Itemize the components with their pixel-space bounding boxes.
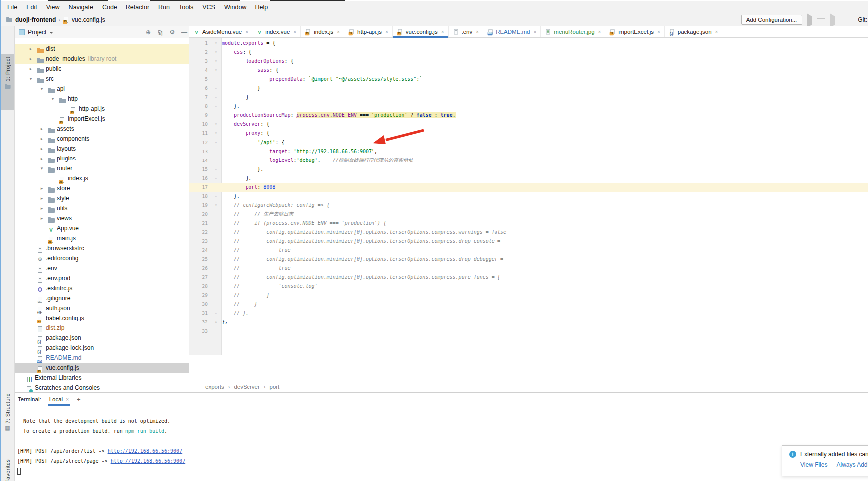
fold-close-icon[interactable]: ▵ [210,318,222,326]
tree-item-scratches-and-consoles[interactable]: Scratches and Consoles [15,383,189,392]
fold-open-icon[interactable]: ▿ [210,201,222,210]
tab-index-vue[interactable]: Vindex.vue× [252,26,301,37]
menu-item-refactor[interactable]: Refactor [122,2,154,12]
chevron-down-icon[interactable] [49,32,53,34]
menu-item-edit[interactable]: Edit [22,2,42,12]
close-icon[interactable]: × [534,29,537,35]
code-line-4[interactable]: 4▿ sass: { [189,66,868,75]
tab-index-js[interactable]: JSindex.js× [301,26,344,37]
code-line-32[interactable]: 32▵}; [189,318,868,326]
tree-item-components[interactable]: ▸components [15,134,189,144]
code-line-5[interactable]: 5 prependData: `@import "~@/assets/scss/… [189,75,868,84]
code-line-11[interactable]: 11▿ proxy: { [189,129,868,138]
menu-item-code[interactable]: Code [98,2,122,12]
fold-open-icon[interactable]: ▿ [210,138,222,147]
tab-vue-config-js[interactable]: JSvue.config.js× [393,26,449,37]
terminal-output[interactable]: Note that the development build is not o… [17,406,185,476]
code-line-33[interactable]: 33 [189,327,868,336]
code-line-14[interactable]: 14 logLevel:'debug', //控制台终端打印代理前的真实地址 [189,156,868,165]
tree-item-readme-md[interactable]: MDREADME.md [15,353,189,363]
tree-item-dist-zip[interactable]: dist.zip [15,323,189,333]
tree-item-browserslistrc[interactable]: .browserslistrc [15,243,189,253]
tab-http-api-js[interactable]: JShttp-api.js× [344,26,393,37]
menu-item-help[interactable]: Help [250,2,272,12]
tree-item-eslintrc-js[interactable]: .eslintrc.js [15,283,189,293]
fold-close-icon[interactable]: ▵ [210,174,222,183]
tree-item-main-js[interactable]: JSmain.js [15,233,189,243]
menu-item-file[interactable]: File [3,2,22,12]
git-branch-widget[interactable]: Git: [858,16,867,23]
tree-item-store[interactable]: ▸store [15,183,189,193]
close-icon[interactable]: × [66,397,69,402]
stripe-button-project[interactable]: 1: Project [1,54,14,110]
close-icon[interactable]: × [385,29,388,35]
tree-item-package-json[interactable]: {;}package.json [15,333,189,343]
chevron-right-icon[interactable]: ▸ [39,196,44,201]
tree-item-public[interactable]: ▸public [15,64,189,74]
fold-open-icon[interactable]: ▿ [210,66,222,75]
chevron-right-icon[interactable]: ▸ [28,46,33,51]
fold-open-icon[interactable]: ▿ [210,57,222,66]
gear-icon[interactable]: ⚙ [168,29,177,36]
tree-item-style[interactable]: ▸style [15,193,189,203]
tree-item-importexcel-js[interactable]: JSimportExcel.js [15,114,189,124]
chevron-right-icon[interactable]: ▸ [39,186,44,191]
code-line-31[interactable]: 31▵ // }, [189,309,868,318]
fold-close-icon[interactable]: ▵ [210,192,222,201]
menu-item-tools[interactable]: Tools [174,2,198,12]
chevron-down-icon[interactable]: ▾ [39,166,44,171]
tree-item-src[interactable]: ▾src [15,74,189,84]
tree-item-layouts[interactable]: ▸layouts [15,144,189,154]
tree-item-babel-config-js[interactable]: JSbabel.config.js [15,313,189,323]
tree-item-router[interactable]: ▾router [15,163,189,173]
code-line-1[interactable]: 1▿module.exports = { [189,39,868,48]
tab-importexcel-js[interactable]: JSimportExcel.js× [605,26,664,37]
close-icon[interactable]: × [476,29,479,35]
code-line-25[interactable]: 25 // config.optimization.minimizer[0].o… [189,255,868,264]
chevron-right-icon[interactable]: ▸ [39,126,44,131]
code-line-12[interactable]: 12▿ '/api': { [189,138,868,147]
chevron-down-icon[interactable]: ▾ [39,86,44,91]
chevron-right-icon[interactable]: ▸ [28,56,33,61]
menu-item-run[interactable]: Run [154,2,174,12]
code-line-2[interactable]: 2▿ css: { [189,48,868,57]
menu-item-vcs[interactable]: VCS [198,2,220,12]
code-line-6[interactable]: 6▵ } [189,84,868,93]
close-icon[interactable]: × [715,29,718,35]
hide-panel-icon[interactable]: — [180,29,189,36]
code-line-29[interactable]: 29 // ] [189,291,868,300]
fold-open-icon[interactable]: ▿ [210,48,222,57]
code-line-27[interactable]: 27 // config.optimization.minimizer[0].o… [189,273,868,282]
close-icon[interactable]: × [293,29,296,35]
tree-item-views[interactable]: ▸views [15,213,189,223]
fold-close-icon[interactable]: ▵ [210,102,222,111]
code-line-19[interactable]: 19▿ // configureWebpack: config => { [189,201,868,210]
tree-item-http-api-js[interactable]: JShttp-api.js [15,104,189,114]
tree-item-plugins[interactable]: ▸plugins [15,154,189,163]
project-panel-title[interactable]: Project [28,29,46,36]
code-line-22[interactable]: 22 // config.optimization.minimizer[0].o… [189,228,868,237]
stripe-button-favorites[interactable]: 2: Favorites★ [1,456,14,481]
collapse-all-icon[interactable]: ⧎ [156,29,165,36]
code-line-7[interactable]: 7▵ } [189,93,868,102]
code-line-24[interactable]: 24 // true [189,246,868,255]
tree-item-env[interactable]: .env [15,263,189,273]
tree-item-api[interactable]: ▾api [15,84,189,94]
tab-menurouter-jpg[interactable]: menuRouter.jpg× [541,26,605,37]
tree-item-auth-json[interactable]: {;}auth.json [15,303,189,313]
menu-item-window[interactable]: Window [220,2,250,12]
fold-open-icon[interactable]: ▿ [210,39,222,48]
breadcrumb-project[interactable]: duoji-frontend [15,16,56,23]
chevron-right-icon[interactable]: ▸ [39,136,44,141]
breadcrumb-exports[interactable]: exports [205,384,224,390]
close-icon[interactable]: × [657,29,660,35]
close-icon[interactable]: × [441,29,444,35]
code-line-30[interactable]: 30 // } [189,300,868,309]
code-line-13[interactable]: 13 target: 'http://192.168.66.56:9007', [189,147,868,156]
code-line-28[interactable]: 28 // 'console.log' [189,282,868,291]
tree-item-vue-config-js[interactable]: JSvue.config.js [15,363,189,373]
code-line-10[interactable]: 10▿ devServer: { [189,120,868,129]
code-line-8[interactable]: 8▵ }, [189,102,868,111]
chevron-right-icon[interactable]: ▸ [39,146,44,151]
breadcrumb-devserver[interactable]: devServer [234,384,259,390]
